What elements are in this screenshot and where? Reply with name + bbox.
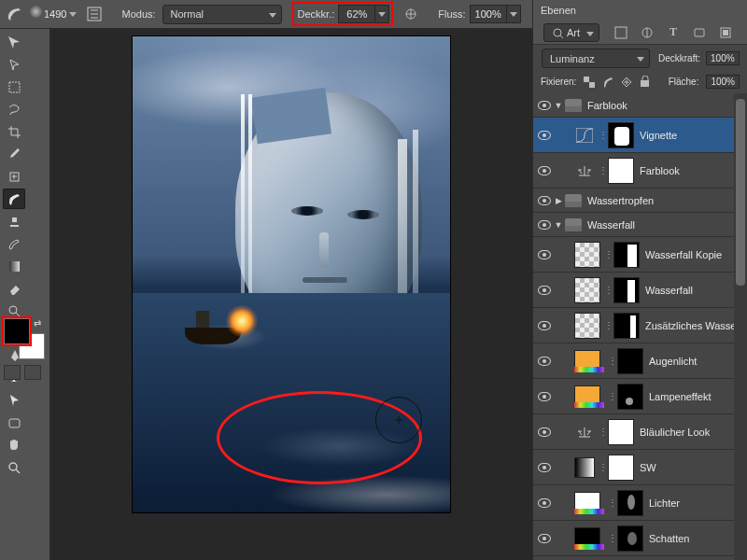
visibility-icon[interactable] [538,131,551,140]
layer-row[interactable]: ⋮ Bläulicher Look [533,414,747,450]
layer-mask[interactable] [617,384,643,410]
layer-mask[interactable] [608,455,634,481]
layer-row[interactable]: ⋮ Lichter [533,485,747,521]
filter-pixel-icon[interactable] [613,25,628,40]
folder-icon [565,194,582,207]
visibility-icon[interactable] [538,250,551,259]
layer-row[interactable]: ⋮ Schatten [533,521,747,556]
layer-row[interactable]: ⋮ Lampeneffekt [533,379,747,414]
opacity-input[interactable] [338,5,375,23]
filter-type-icon[interactable]: T [666,25,681,40]
lasso-tool[interactable] [3,99,25,119]
visibility-icon[interactable] [538,286,551,295]
layer-row[interactable]: ⋮ Vignette [533,118,747,153]
visibility-icon[interactable] [538,392,551,401]
layer-thumb[interactable] [574,313,600,339]
layer-thumb[interactable] [574,277,600,303]
blend-mode-dropdown[interactable]: Normal [162,5,282,24]
filter-shape-icon[interactable] [692,25,707,40]
gradient-tool[interactable] [3,256,25,276]
eyedropper-tool[interactable] [3,144,25,164]
stamp-tool[interactable] [3,211,25,231]
visibility-icon[interactable] [538,220,551,230]
group-name: Wassertropfen [587,195,654,206]
visibility-icon[interactable] [538,534,551,543]
scrollbar-thumb[interactable] [736,99,745,286]
path-select-tool[interactable] [3,390,25,411]
crop-tool[interactable] [3,121,25,142]
layer-mask[interactable] [608,419,634,445]
brush-preset[interactable]: 1490 [30,8,77,20]
layer-mask[interactable] [617,490,643,516]
visibility-icon[interactable] [538,166,551,175]
layer-mask[interactable] [613,242,640,268]
quickmask-icon[interactable] [4,365,21,380]
zoom-tool[interactable] [3,457,25,478]
group-name: Farblook [587,100,627,111]
artboard-tool[interactable] [3,54,25,75]
opacity-dropdown-icon[interactable] [374,5,389,23]
brush-tool[interactable] [3,189,25,209]
brush-panel-icon[interactable] [84,4,105,24]
move-tool[interactable] [3,32,25,52]
layer-group[interactable]: ▼ Wasserfall [533,213,747,237]
layer-group[interactable]: ▶ Wassertropfen [533,189,747,213]
blend-value: Luminanz [550,53,595,64]
layer-mask[interactable] [617,525,643,552]
layer-thumb[interactable] [574,242,600,268]
blend-row: Luminanz Deckkraft: 100% [533,45,747,72]
hand-tool[interactable] [3,435,25,455]
layer-row[interactable]: ⋮ Zusätzliches Wasser [533,308,747,343]
visibility-icon[interactable] [538,463,551,472]
visibility-icon[interactable] [538,321,551,330]
layer-row[interactable]: ⋮ Farblook [533,153,747,189]
layer-mask[interactable] [613,313,640,339]
layer-mask[interactable] [617,348,643,374]
lock-all-icon[interactable] [640,76,650,88]
screenmode-icon[interactable] [24,365,41,380]
svg-rect-16 [589,82,595,88]
swap-colors-icon[interactable]: ⇄ [34,318,45,329]
lock-trans-icon[interactable] [584,77,595,88]
scrollbar[interactable] [734,93,747,560]
marquee-tool[interactable] [3,77,25,97]
twisty-down-icon[interactable]: ▼ [554,101,563,110]
visibility-icon[interactable] [538,196,551,205]
flow-input[interactable] [470,5,507,23]
color-swatches: ⇄ [4,318,45,359]
lock-pos-icon[interactable] [621,77,632,88]
shape-tool[interactable] [3,413,25,433]
layer-name: Wasserfall [645,285,693,296]
history-brush-tool[interactable] [3,233,25,254]
layer-row[interactable]: ⋮ Wasserfall Kopie [533,237,747,273]
flow-dropdown-icon[interactable] [506,5,521,23]
visibility-icon[interactable] [538,357,551,366]
layers-panel: Ebenen Art T Luminanz Deckkraft: 100% Fi… [532,0,747,560]
twisty-down-icon[interactable]: ▼ [554,220,563,230]
layer-blend-dropdown[interactable]: Luminanz [542,49,650,68]
healing-tool[interactable] [3,166,25,187]
layer-opacity-value[interactable]: 100% [706,51,740,65]
pressure-opacity-icon[interactable] [401,4,421,24]
layer-mask[interactable] [608,122,634,148]
layer-mask[interactable] [608,158,634,184]
tool-preset-icon[interactable] [4,4,24,24]
filter-smart-icon[interactable] [718,25,733,40]
layer-group[interactable]: ▼ Farblook [533,93,747,118]
visibility-icon[interactable] [538,101,551,110]
lock-paint-icon[interactable] [602,76,613,89]
layer-row[interactable]: ⋮ SW [533,450,747,485]
document-canvas[interactable] [133,36,450,512]
visibility-icon[interactable] [538,427,551,437]
filter-type-dropdown[interactable]: Art [543,23,599,42]
foreground-color[interactable] [4,318,30,344]
visibility-icon[interactable] [538,498,551,508]
twisty-right-icon[interactable]: ▶ [554,196,563,205]
layer-row[interactable]: ⋮ Wasserfall [533,273,747,308]
svg-rect-9 [615,27,627,38]
eraser-tool[interactable] [3,278,25,299]
fill-value[interactable]: 100% [706,75,740,89]
layer-row[interactable]: ⋮ Augenlicht [533,343,747,379]
filter-adjust-icon[interactable] [640,25,655,40]
layer-mask[interactable] [613,277,640,303]
